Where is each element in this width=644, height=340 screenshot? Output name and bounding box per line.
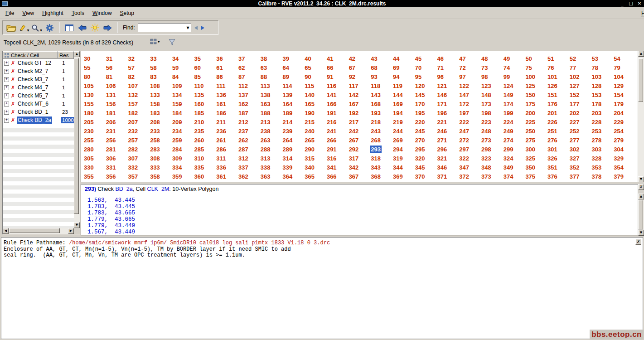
result-number[interactable]: 279	[613, 136, 625, 144]
detail-header-link[interactable]: 293)	[85, 186, 96, 192]
result-number[interactable]: 274	[503, 136, 514, 144]
result-number[interactable]: 350	[524, 164, 536, 171]
result-number[interactable]: 334	[171, 164, 183, 171]
result-number[interactable]: 232	[127, 127, 139, 135]
result-number[interactable]: 148	[480, 91, 492, 99]
result-number[interactable]: 280	[83, 146, 95, 153]
result-number[interactable]: 54	[613, 55, 621, 63]
tree-row[interactable]: +✗Check BD_2a1000	[3, 116, 74, 124]
result-number[interactable]: 62	[237, 64, 246, 72]
result-number[interactable]: 295	[414, 146, 426, 153]
result-number[interactable]: 330	[83, 164, 95, 171]
result-number[interactable]: 120	[414, 82, 426, 90]
result-number[interactable]: 207	[127, 118, 139, 126]
result-number[interactable]: 352	[569, 164, 581, 171]
result-number[interactable]: 174	[503, 100, 514, 108]
result-number[interactable]: 259	[171, 136, 183, 144]
menu-view[interactable]: View	[18, 8, 38, 18]
result-number[interactable]: 82	[127, 73, 135, 81]
result-number[interactable]: 159	[171, 100, 183, 108]
result-number[interactable]: 44	[392, 55, 400, 63]
result-number[interactable]: 199	[503, 109, 514, 117]
result-number[interactable]: 238	[260, 127, 271, 135]
next-result-button[interactable]	[101, 22, 114, 34]
result-number[interactable]: 366	[326, 173, 338, 180]
result-number[interactable]: 118	[370, 82, 381, 90]
result-number[interactable]: 349	[503, 164, 514, 171]
result-number[interactable]: 372	[458, 173, 470, 180]
result-number[interactable]: 312	[237, 155, 249, 162]
result-number[interactable]: 236	[215, 127, 227, 135]
tree-row[interactable]: +✗Check M2_71	[3, 67, 74, 75]
result-number[interactable]: 180	[83, 109, 95, 117]
scroll-down-icon[interactable]: ▼	[638, 176, 644, 182]
result-number[interactable]: 136	[215, 91, 227, 99]
result-number[interactable]: 240	[304, 127, 315, 135]
minimize-button[interactable]: _	[620, 0, 625, 7]
result-number[interactable]: 248	[480, 127, 492, 135]
result-number[interactable]: 137	[237, 91, 249, 99]
settings-button[interactable]	[43, 22, 56, 34]
result-number[interactable]: 255	[83, 136, 95, 144]
result-number[interactable]: 184	[171, 109, 183, 117]
result-number[interactable]: 338	[260, 164, 271, 171]
result-number[interactable]: 266	[326, 136, 338, 144]
result-number[interactable]: 165	[304, 100, 315, 108]
result-number[interactable]: 313	[260, 155, 271, 162]
detail-header-link[interactable]: CLK_2M	[147, 186, 169, 192]
result-number[interactable]: 86	[215, 73, 223, 81]
result-number[interactable]: 244	[392, 127, 404, 135]
result-number[interactable]: 66	[326, 64, 334, 72]
scroll-right-icon[interactable]: ▶	[68, 228, 74, 234]
result-number[interactable]: 197	[458, 109, 470, 117]
scrollbar-thumb[interactable]	[638, 200, 643, 229]
result-number[interactable]: 60	[194, 64, 202, 72]
result-number[interactable]: 119	[392, 82, 403, 90]
check-label[interactable]: Check M5_7	[17, 92, 49, 99]
result-number[interactable]: 209	[171, 118, 183, 126]
result-number[interactable]: 30	[83, 55, 91, 63]
result-number[interactable]: 170	[414, 100, 426, 108]
result-number[interactable]: 64	[281, 64, 290, 72]
result-number[interactable]: 376	[547, 173, 558, 180]
result-number[interactable]: 161	[215, 100, 227, 108]
expand-icon[interactable]: +	[4, 93, 9, 98]
check-label[interactable]: Check M2_7	[17, 68, 49, 75]
result-number[interactable]: 160	[194, 100, 205, 108]
result-number[interactable]: 348	[480, 164, 492, 171]
result-number[interactable]: 265	[304, 136, 315, 144]
result-number[interactable]: 317	[348, 155, 360, 162]
result-number[interactable]: 275	[524, 136, 536, 144]
result-number[interactable]: 357	[127, 173, 139, 180]
scroll-up-icon[interactable]: ▲	[74, 51, 80, 57]
check-label[interactable]: Check GT_12	[17, 59, 52, 67]
result-number[interactable]: 332	[127, 164, 139, 171]
result-number[interactable]: 210	[194, 118, 205, 126]
result-number[interactable]: 98	[480, 73, 489, 81]
result-number[interactable]: 278	[591, 136, 603, 144]
result-number[interactable]: 65	[304, 64, 312, 72]
result-number[interactable]: 283	[149, 146, 161, 153]
result-number[interactable]: 130	[83, 91, 95, 99]
result-number[interactable]: 198	[480, 109, 492, 117]
result-number[interactable]: 235	[194, 127, 205, 135]
previous-result-button[interactable]	[76, 22, 88, 34]
result-number[interactable]: 189	[281, 109, 293, 117]
result-number[interactable]: 126	[547, 82, 558, 90]
result-number[interactable]: 53	[591, 55, 599, 63]
result-number[interactable]: 231	[105, 127, 117, 135]
scrollbar-track[interactable]	[9, 228, 68, 234]
check-label[interactable]: Check BD_2a	[17, 117, 52, 124]
tree-row[interactable]: +✗Check BD_123	[3, 108, 74, 116]
result-number[interactable]: 285	[194, 146, 205, 153]
result-number[interactable]: 128	[591, 82, 603, 90]
result-number[interactable]: 246	[436, 127, 448, 135]
result-number[interactable]: 364	[281, 173, 293, 180]
result-number[interactable]: 110	[194, 82, 205, 90]
result-number[interactable]: 35	[194, 55, 202, 63]
result-number[interactable]: 155	[83, 100, 95, 108]
menu-highlight[interactable]: Highlight	[38, 8, 68, 18]
result-number[interactable]: 116	[326, 82, 337, 90]
result-number[interactable]: 187	[237, 109, 249, 117]
result-number[interactable]: 173	[480, 100, 492, 108]
